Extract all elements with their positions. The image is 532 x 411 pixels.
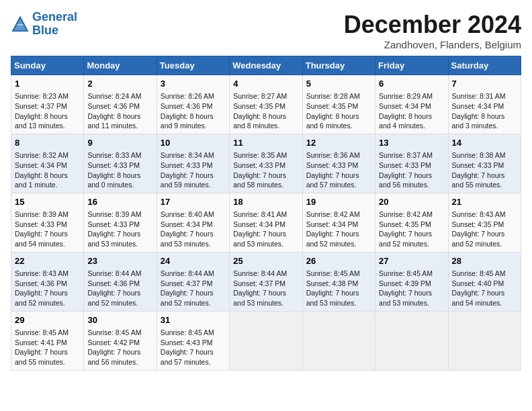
- calendar-week-3: 15Sunrise: 8:39 AM Sunset: 4:33 PM Dayli…: [11, 193, 521, 252]
- day-number: 4: [233, 78, 298, 90]
- calendar-cell: 11Sunrise: 8:35 AM Sunset: 4:33 PM Dayli…: [230, 134, 302, 193]
- calendar-cell: 3Sunrise: 8:26 AM Sunset: 4:36 PM Daylig…: [157, 75, 229, 134]
- day-info: Sunrise: 8:45 AM Sunset: 4:43 PM Dayligh…: [161, 328, 226, 367]
- day-info: Sunrise: 8:32 AM Sunset: 4:34 PM Dayligh…: [15, 150, 80, 190]
- day-info: Sunrise: 8:33 AM Sunset: 4:33 PM Dayligh…: [87, 150, 152, 190]
- day-number: 26: [306, 255, 371, 267]
- day-number: 20: [379, 196, 444, 208]
- day-number: 15: [15, 196, 80, 208]
- calendar-cell: 2Sunrise: 8:24 AM Sunset: 4:36 PM Daylig…: [84, 75, 157, 134]
- day-number: 7: [452, 78, 517, 90]
- day-info: Sunrise: 8:44 AM Sunset: 4:37 PM Dayligh…: [161, 269, 226, 308]
- logo-text: General Blue: [32, 11, 77, 38]
- calendar-cell: 12Sunrise: 8:36 AM Sunset: 4:33 PM Dayli…: [302, 134, 375, 193]
- calendar-cell: 5Sunrise: 8:28 AM Sunset: 4:35 PM Daylig…: [302, 75, 375, 134]
- day-info: Sunrise: 8:45 AM Sunset: 4:38 PM Dayligh…: [306, 269, 371, 308]
- day-number: 25: [233, 255, 298, 267]
- day-number: 8: [15, 137, 80, 149]
- calendar-body: 1Sunrise: 8:23 AM Sunset: 4:37 PM Daylig…: [11, 75, 521, 371]
- day-number: 1: [15, 78, 80, 90]
- day-info: Sunrise: 8:45 AM Sunset: 4:39 PM Dayligh…: [379, 269, 444, 308]
- calendar-cell: 24Sunrise: 8:44 AM Sunset: 4:37 PM Dayli…: [157, 252, 229, 311]
- day-info: Sunrise: 8:45 AM Sunset: 4:42 PM Dayligh…: [87, 328, 152, 367]
- day-info: Sunrise: 8:42 AM Sunset: 4:35 PM Dayligh…: [379, 210, 444, 249]
- calendar-week-1: 1Sunrise: 8:23 AM Sunset: 4:37 PM Daylig…: [11, 75, 521, 134]
- logo-line2: Blue: [32, 24, 58, 37]
- calendar-cell: 8Sunrise: 8:32 AM Sunset: 4:34 PM Daylig…: [11, 134, 84, 193]
- column-header-sunday: Sunday: [11, 56, 84, 75]
- day-number: 24: [161, 255, 226, 267]
- calendar-cell: 13Sunrise: 8:37 AM Sunset: 4:33 PM Dayli…: [375, 134, 448, 193]
- day-info: Sunrise: 8:29 AM Sunset: 4:34 PM Dayligh…: [379, 91, 444, 131]
- column-header-tuesday: Tuesday: [157, 56, 229, 75]
- header-row: SundayMondayTuesdayWednesdayThursdayFrid…: [11, 56, 521, 75]
- calendar-week-2: 8Sunrise: 8:32 AM Sunset: 4:34 PM Daylig…: [11, 134, 521, 193]
- calendar-table: SundayMondayTuesdayWednesdayThursdayFrid…: [11, 56, 521, 371]
- column-header-monday: Monday: [84, 56, 157, 75]
- calendar-cell: 27Sunrise: 8:45 AM Sunset: 4:39 PM Dayli…: [375, 252, 448, 311]
- calendar-cell: 29Sunrise: 8:45 AM Sunset: 4:41 PM Dayli…: [11, 311, 84, 370]
- calendar-header: SundayMondayTuesdayWednesdayThursdayFrid…: [11, 56, 521, 75]
- column-header-friday: Friday: [375, 56, 448, 75]
- logo: General Blue: [11, 11, 77, 38]
- day-info: Sunrise: 8:28 AM Sunset: 4:35 PM Dayligh…: [306, 91, 371, 131]
- day-number: 19: [306, 196, 371, 208]
- day-info: Sunrise: 8:37 AM Sunset: 4:33 PM Dayligh…: [379, 150, 444, 190]
- calendar-cell: 30Sunrise: 8:45 AM Sunset: 4:42 PM Dayli…: [84, 311, 157, 370]
- calendar-cell: 18Sunrise: 8:41 AM Sunset: 4:34 PM Dayli…: [230, 193, 302, 252]
- day-info: Sunrise: 8:44 AM Sunset: 4:37 PM Dayligh…: [233, 269, 298, 308]
- day-info: Sunrise: 8:45 AM Sunset: 4:40 PM Dayligh…: [452, 269, 517, 308]
- svg-rect-2: [17, 24, 23, 26]
- day-info: Sunrise: 8:42 AM Sunset: 4:34 PM Dayligh…: [306, 210, 371, 249]
- calendar-cell: 4Sunrise: 8:27 AM Sunset: 4:35 PM Daylig…: [230, 75, 302, 134]
- location-title: Zandhoven, Flanders, Belgium: [344, 39, 521, 50]
- title-area: December 2024 Zandhoven, Flanders, Belgi…: [344, 11, 521, 50]
- day-info: Sunrise: 8:31 AM Sunset: 4:34 PM Dayligh…: [452, 91, 517, 131]
- calendar-cell: 31Sunrise: 8:45 AM Sunset: 4:43 PM Dayli…: [157, 311, 229, 370]
- day-number: 16: [87, 196, 152, 208]
- calendar-cell: 17Sunrise: 8:40 AM Sunset: 4:34 PM Dayli…: [157, 193, 229, 252]
- calendar-cell: [302, 311, 375, 370]
- column-header-thursday: Thursday: [302, 56, 375, 75]
- day-number: 31: [161, 314, 226, 326]
- calendar-cell: 22Sunrise: 8:43 AM Sunset: 4:36 PM Dayli…: [11, 252, 84, 311]
- day-number: 21: [452, 196, 517, 208]
- day-info: Sunrise: 8:40 AM Sunset: 4:34 PM Dayligh…: [161, 210, 226, 249]
- calendar-cell: [375, 311, 448, 370]
- day-info: Sunrise: 8:24 AM Sunset: 4:36 PM Dayligh…: [87, 91, 152, 131]
- calendar-cell: 7Sunrise: 8:31 AM Sunset: 4:34 PM Daylig…: [448, 75, 521, 134]
- day-number: 9: [87, 137, 152, 149]
- calendar-cell: 16Sunrise: 8:39 AM Sunset: 4:33 PM Dayli…: [84, 193, 157, 252]
- day-info: Sunrise: 8:38 AM Sunset: 4:33 PM Dayligh…: [452, 150, 517, 190]
- day-number: 12: [306, 137, 371, 149]
- day-info: Sunrise: 8:36 AM Sunset: 4:33 PM Dayligh…: [306, 150, 371, 190]
- day-number: 23: [87, 255, 152, 267]
- logo-line1: General: [32, 10, 77, 24]
- day-info: Sunrise: 8:45 AM Sunset: 4:41 PM Dayligh…: [15, 328, 80, 367]
- day-number: 27: [379, 255, 444, 267]
- calendar-cell: [230, 311, 302, 370]
- calendar-cell: [448, 311, 521, 370]
- day-number: 30: [87, 314, 152, 326]
- calendar-cell: 14Sunrise: 8:38 AM Sunset: 4:33 PM Dayli…: [448, 134, 521, 193]
- calendar-week-5: 29Sunrise: 8:45 AM Sunset: 4:41 PM Dayli…: [11, 311, 521, 370]
- day-number: 5: [306, 78, 371, 90]
- day-number: 14: [452, 137, 517, 149]
- day-number: 6: [379, 78, 444, 90]
- day-info: Sunrise: 8:39 AM Sunset: 4:33 PM Dayligh…: [87, 210, 152, 249]
- day-number: 3: [161, 78, 226, 90]
- day-number: 18: [233, 196, 298, 208]
- day-info: Sunrise: 8:44 AM Sunset: 4:36 PM Dayligh…: [87, 269, 152, 308]
- day-number: 28: [452, 255, 517, 267]
- calendar-cell: 1Sunrise: 8:23 AM Sunset: 4:37 PM Daylig…: [11, 75, 84, 134]
- calendar-cell: 21Sunrise: 8:43 AM Sunset: 4:35 PM Dayli…: [448, 193, 521, 252]
- logo-icon: [11, 15, 30, 34]
- month-title: December 2024: [344, 11, 521, 39]
- calendar-cell: 19Sunrise: 8:42 AM Sunset: 4:34 PM Dayli…: [302, 193, 375, 252]
- day-info: Sunrise: 8:35 AM Sunset: 4:33 PM Dayligh…: [233, 150, 298, 190]
- calendar-cell: 23Sunrise: 8:44 AM Sunset: 4:36 PM Dayli…: [84, 252, 157, 311]
- calendar-cell: 10Sunrise: 8:34 AM Sunset: 4:33 PM Dayli…: [157, 134, 229, 193]
- calendar-cell: 20Sunrise: 8:42 AM Sunset: 4:35 PM Dayli…: [375, 193, 448, 252]
- day-info: Sunrise: 8:26 AM Sunset: 4:36 PM Dayligh…: [161, 91, 226, 131]
- column-header-wednesday: Wednesday: [230, 56, 302, 75]
